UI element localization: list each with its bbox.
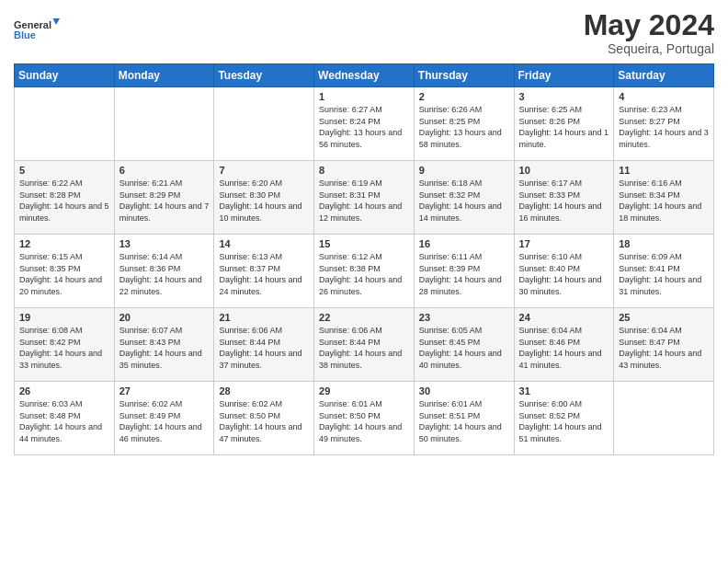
day-number: 20 [119, 312, 210, 323]
day-info: Sunrise: 6:04 AMSunset: 8:46 PMDaylight:… [519, 325, 609, 371]
day-number: 25 [619, 312, 709, 323]
day-number: 18 [619, 238, 709, 249]
day-number: 28 [219, 385, 309, 396]
cell-4-4: 30 Sunrise: 6:01 AMSunset: 8:51 PMDaylig… [414, 382, 514, 455]
day-number: 5 [19, 165, 109, 176]
cell-3-5: 24 Sunrise: 6:04 AMSunset: 8:46 PMDaylig… [514, 308, 614, 382]
day-info: Sunrise: 6:21 AMSunset: 8:29 PMDaylight:… [119, 178, 210, 224]
day-info: Sunrise: 6:23 AMSunset: 8:27 PMDaylight:… [619, 104, 709, 150]
day-info: Sunrise: 6:05 AMSunset: 8:45 PMDaylight:… [419, 325, 509, 371]
day-number: 30 [419, 385, 509, 396]
svg-marker-1 [53, 18, 61, 25]
day-info: Sunrise: 6:16 AMSunset: 8:34 PMDaylight:… [619, 178, 709, 224]
day-number: 26 [19, 385, 109, 396]
cell-1-1: 6 Sunrise: 6:21 AMSunset: 8:29 PMDayligh… [114, 161, 214, 235]
cell-2-6: 18 Sunrise: 6:09 AMSunset: 8:41 PMDaylig… [614, 235, 714, 308]
cell-0-4: 2 Sunrise: 6:26 AMSunset: 8:25 PMDayligh… [414, 87, 514, 161]
cell-1-6: 11 Sunrise: 6:16 AMSunset: 8:34 PMDaylig… [614, 161, 714, 235]
cell-0-2 [214, 87, 314, 161]
cell-3-0: 19 Sunrise: 6:08 AMSunset: 8:42 PMDaylig… [15, 308, 115, 382]
day-number: 16 [419, 238, 509, 249]
cell-3-3: 22 Sunrise: 6:06 AMSunset: 8:44 PMDaylig… [314, 308, 415, 382]
day-number: 1 [319, 91, 409, 102]
day-info: Sunrise: 6:06 AMSunset: 8:44 PMDaylight:… [319, 325, 409, 371]
cell-3-1: 20 Sunrise: 6:07 AMSunset: 8:43 PMDaylig… [114, 308, 214, 382]
day-info: Sunrise: 6:00 AMSunset: 8:52 PMDaylight:… [519, 398, 609, 444]
day-number: 11 [619, 165, 709, 176]
svg-text:Blue: Blue [14, 29, 36, 40]
cell-4-2: 28 Sunrise: 6:02 AMSunset: 8:50 PMDaylig… [214, 382, 314, 455]
day-number: 3 [519, 91, 609, 102]
day-info: Sunrise: 6:26 AMSunset: 8:25 PMDaylight:… [419, 104, 509, 150]
day-number: 21 [219, 312, 309, 323]
day-info: Sunrise: 6:19 AMSunset: 8:31 PMDaylight:… [319, 178, 409, 224]
week-row-4: 19 Sunrise: 6:08 AMSunset: 8:42 PMDaylig… [15, 308, 714, 382]
day-number: 27 [119, 385, 210, 396]
day-number: 6 [119, 165, 210, 176]
day-info: Sunrise: 6:02 AMSunset: 8:49 PMDaylight:… [119, 398, 210, 444]
day-info: Sunrise: 6:14 AMSunset: 8:36 PMDaylight:… [119, 251, 210, 297]
day-info: Sunrise: 6:17 AMSunset: 8:33 PMDaylight:… [519, 178, 609, 224]
day-info: Sunrise: 6:06 AMSunset: 8:44 PMDaylight:… [219, 325, 309, 371]
day-number: 13 [119, 238, 210, 249]
header-monday: Monday [114, 64, 214, 87]
cell-0-1 [114, 87, 214, 161]
cell-0-5: 3 Sunrise: 6:25 AMSunset: 8:26 PMDayligh… [514, 87, 614, 161]
cell-2-0: 12 Sunrise: 6:15 AMSunset: 8:35 PMDaylig… [15, 235, 115, 308]
day-number: 31 [519, 385, 609, 396]
cell-4-1: 27 Sunrise: 6:02 AMSunset: 8:49 PMDaylig… [114, 382, 214, 455]
day-number: 23 [419, 312, 509, 323]
cell-3-6: 25 Sunrise: 6:04 AMSunset: 8:47 PMDaylig… [614, 308, 714, 382]
week-row-1: 1 Sunrise: 6:27 AMSunset: 8:24 PMDayligh… [15, 87, 714, 161]
cell-4-3: 29 Sunrise: 6:01 AMSunset: 8:50 PMDaylig… [314, 382, 415, 455]
day-info: Sunrise: 6:03 AMSunset: 8:48 PMDaylight:… [19, 398, 109, 444]
header-wednesday: Wednesday [314, 64, 415, 87]
cell-1-5: 10 Sunrise: 6:17 AMSunset: 8:33 PMDaylig… [514, 161, 614, 235]
cell-2-2: 14 Sunrise: 6:13 AMSunset: 8:37 PMDaylig… [214, 235, 314, 308]
header-friday: Friday [514, 64, 614, 87]
day-info: Sunrise: 6:07 AMSunset: 8:43 PMDaylight:… [119, 325, 210, 371]
day-info: Sunrise: 6:09 AMSunset: 8:41 PMDaylight:… [619, 251, 709, 297]
day-number: 8 [319, 165, 409, 176]
day-info: Sunrise: 6:27 AMSunset: 8:24 PMDaylight:… [319, 104, 409, 150]
cell-2-5: 17 Sunrise: 6:10 AMSunset: 8:40 PMDaylig… [514, 235, 614, 308]
day-number: 4 [619, 91, 709, 102]
cell-2-1: 13 Sunrise: 6:14 AMSunset: 8:36 PMDaylig… [114, 235, 214, 308]
day-info: Sunrise: 6:15 AMSunset: 8:35 PMDaylight:… [19, 251, 109, 297]
cell-3-2: 21 Sunrise: 6:06 AMSunset: 8:44 PMDaylig… [214, 308, 314, 382]
week-row-2: 5 Sunrise: 6:22 AMSunset: 8:28 PMDayligh… [15, 161, 714, 235]
day-number: 15 [319, 238, 409, 249]
day-info: Sunrise: 6:20 AMSunset: 8:30 PMDaylight:… [219, 178, 309, 224]
header-tuesday: Tuesday [214, 64, 314, 87]
page-header: General Blue May 2024 Sequeira, Portugal [14, 9, 714, 56]
day-info: Sunrise: 6:08 AMSunset: 8:42 PMDaylight:… [19, 325, 109, 371]
week-row-3: 12 Sunrise: 6:15 AMSunset: 8:35 PMDaylig… [15, 235, 714, 308]
cell-0-6: 4 Sunrise: 6:23 AMSunset: 8:27 PMDayligh… [614, 87, 714, 161]
day-info: Sunrise: 6:10 AMSunset: 8:40 PMDaylight:… [519, 251, 609, 297]
cell-4-5: 31 Sunrise: 6:00 AMSunset: 8:52 PMDaylig… [514, 382, 614, 455]
day-info: Sunrise: 6:12 AMSunset: 8:38 PMDaylight:… [319, 251, 409, 297]
day-number: 29 [319, 385, 409, 396]
week-row-5: 26 Sunrise: 6:03 AMSunset: 8:48 PMDaylig… [15, 382, 714, 455]
cell-2-4: 16 Sunrise: 6:11 AMSunset: 8:39 PMDaylig… [414, 235, 514, 308]
cell-1-4: 9 Sunrise: 6:18 AMSunset: 8:32 PMDayligh… [414, 161, 514, 235]
logo-svg: General Blue [14, 9, 60, 51]
cell-4-6 [614, 382, 714, 455]
day-info: Sunrise: 6:01 AMSunset: 8:50 PMDaylight:… [319, 398, 409, 444]
day-number: 19 [19, 312, 109, 323]
day-number: 9 [419, 165, 509, 176]
day-number: 17 [519, 238, 609, 249]
header-saturday: Saturday [614, 64, 714, 87]
location: Sequeira, Portugal [584, 41, 714, 56]
calendar-table: SundayMondayTuesdayWednesdayThursdayFrid… [14, 63, 714, 455]
cell-0-0 [15, 87, 115, 161]
day-number: 24 [519, 312, 609, 323]
cell-1-0: 5 Sunrise: 6:22 AMSunset: 8:28 PMDayligh… [15, 161, 115, 235]
cell-4-0: 26 Sunrise: 6:03 AMSunset: 8:48 PMDaylig… [15, 382, 115, 455]
day-number: 12 [19, 238, 109, 249]
day-info: Sunrise: 6:04 AMSunset: 8:47 PMDaylight:… [619, 325, 709, 371]
day-info: Sunrise: 6:25 AMSunset: 8:26 PMDaylight:… [519, 104, 609, 150]
month-year: May 2024 [584, 9, 714, 41]
title-block: May 2024 Sequeira, Portugal [584, 9, 714, 56]
logo: General Blue [14, 9, 60, 51]
